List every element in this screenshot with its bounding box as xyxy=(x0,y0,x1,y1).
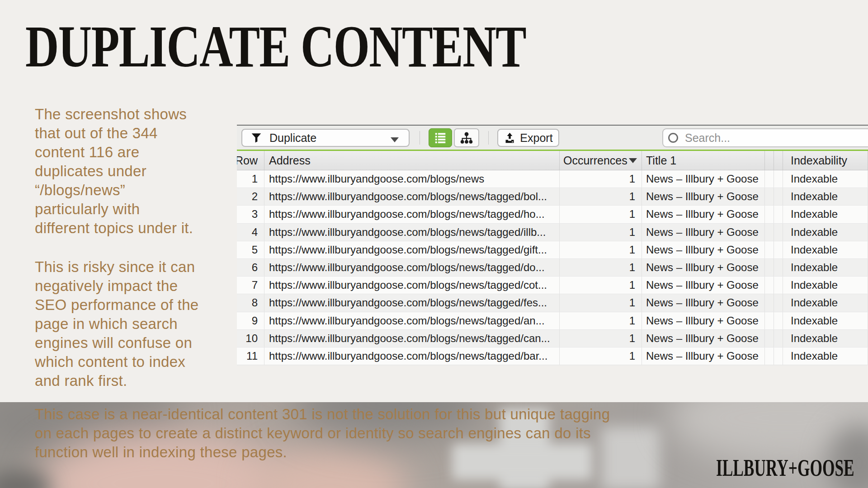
spacer-cell xyxy=(765,259,774,276)
occurrences-cell: 1 xyxy=(560,170,642,188)
spacer-cell xyxy=(765,241,774,258)
address-cell: https://www.illburyandgoose.com/blogs/ne… xyxy=(264,312,560,329)
indexability-cell: Indexable xyxy=(783,347,868,365)
column-header-occurrences-label: Occurrences xyxy=(563,154,627,167)
address-cell: https://www.illburyandgoose.com/blogs/ne… xyxy=(264,259,560,276)
spacer-cell xyxy=(765,277,774,294)
address-cell: https://www.illburyandgoose.com/blogs/ne… xyxy=(264,188,560,205)
address-cell: https://www.illburyandgoose.com/blogs/ne… xyxy=(264,294,560,311)
page-title: DUPLICATE CONTENT xyxy=(25,14,526,79)
table-row[interactable]: 3https://www.illburyandgoose.com/blogs/n… xyxy=(237,206,868,223)
address-cell: https://www.illburyandgoose.com/blogs/ne… xyxy=(264,206,560,223)
tree-view-icon xyxy=(460,131,473,145)
tree-view-button[interactable] xyxy=(454,128,479,147)
indexability-cell: Indexable xyxy=(783,294,868,311)
sort-desc-icon xyxy=(629,158,637,163)
spacer-cell xyxy=(774,347,783,365)
indexability-cell: Indexable xyxy=(783,330,868,347)
indexability-cell: Indexable xyxy=(783,170,868,188)
spacer-cell xyxy=(765,312,774,329)
column-header-spacer xyxy=(774,151,783,170)
row-number-cell: 8 xyxy=(237,294,264,311)
spacer-cell xyxy=(774,224,783,241)
bottom-commentary: This case is a near-identical content 30… xyxy=(35,405,704,462)
row-number-cell: 5 xyxy=(237,241,264,258)
brand-logo: ILLBURY+GOOSE xyxy=(716,455,854,481)
row-number-cell: 10 xyxy=(237,330,264,347)
column-header-occurrences[interactable]: Occurrences xyxy=(560,151,642,170)
occurrences-cell: 1 xyxy=(560,277,642,294)
indexability-cell: Indexable xyxy=(783,312,868,329)
table-row[interactable]: 5https://www.illburyandgoose.com/blogs/n… xyxy=(237,241,868,259)
row-number-cell: 1 xyxy=(237,170,264,188)
spacer-cell xyxy=(765,294,774,311)
address-cell: https://www.illburyandgoose.com/blogs/ne… xyxy=(264,347,560,365)
export-upload-icon xyxy=(504,132,516,144)
title-cell: News – Illbury + Goose xyxy=(642,170,765,188)
occurrences-cell: 1 xyxy=(560,330,642,347)
title-cell: News – Illbury + Goose xyxy=(642,294,765,311)
title-cell: News – Illbury + Goose xyxy=(642,330,765,347)
toolbar-divider xyxy=(488,131,489,145)
column-header-spacer xyxy=(765,151,774,170)
spacer-cell xyxy=(774,206,783,223)
occurrences-cell: 1 xyxy=(560,294,642,311)
commentary-paragraph-1: The screenshot shows that out of the 344… xyxy=(35,105,243,238)
title-cell: News – Illbury + Goose xyxy=(642,224,765,241)
title-cell: News – Illbury + Goose xyxy=(642,277,765,294)
spacer-cell xyxy=(765,224,774,241)
occurrences-cell: 1 xyxy=(560,188,642,205)
table-row[interactable]: 8https://www.illburyandgoose.com/blogs/n… xyxy=(237,294,868,312)
title-cell: News – Illbury + Goose xyxy=(642,259,765,276)
toolbar: Duplicate xyxy=(237,126,868,150)
title-cell: News – Illbury + Goose xyxy=(642,188,765,205)
funnel-icon xyxy=(250,132,262,144)
table-row[interactable]: 4https://www.illburyandgoose.com/blogs/n… xyxy=(237,224,868,241)
address-cell: https://www.illburyandgoose.com/blogs/ne… xyxy=(264,277,560,294)
table-row[interactable]: 10https://www.illburyandgoose.com/blogs/… xyxy=(237,330,868,347)
list-view-button[interactable] xyxy=(429,128,452,147)
indexability-cell: Indexable xyxy=(783,206,868,223)
table-row[interactable]: 6https://www.illburyandgoose.com/blogs/n… xyxy=(237,259,868,277)
dropdown-caret-icon xyxy=(391,137,399,142)
column-header-indexability[interactable]: Indexability xyxy=(783,151,868,170)
table-row[interactable]: 9https://www.illburyandgoose.com/blogs/n… xyxy=(237,312,868,330)
row-number-cell: 6 xyxy=(237,259,264,276)
indexability-cell: Indexable xyxy=(783,188,868,205)
spacer-cell xyxy=(774,312,783,329)
spacer-cell xyxy=(774,330,783,347)
toolbar-divider xyxy=(420,131,420,145)
indexability-cell: Indexable xyxy=(783,259,868,276)
column-header-address[interactable]: Address xyxy=(264,151,560,170)
search-input[interactable] xyxy=(662,128,868,147)
table-row[interactable]: 11https://www.illburyandgoose.com/blogs/… xyxy=(237,347,868,365)
filter-dropdown[interactable]: Duplicate xyxy=(241,129,410,147)
row-number-cell: 9 xyxy=(237,312,264,329)
indexability-cell: Indexable xyxy=(783,224,868,241)
column-header-title1[interactable]: Title 1 xyxy=(642,151,765,170)
spacer-cell xyxy=(765,330,774,347)
address-cell: https://www.illburyandgoose.com/blogs/ne… xyxy=(264,330,560,347)
spacer-cell xyxy=(774,241,783,258)
export-button-label: Export xyxy=(520,131,552,145)
occurrences-cell: 1 xyxy=(560,206,642,223)
occurrences-cell: 1 xyxy=(560,241,642,258)
table-row[interactable]: 7https://www.illburyandgoose.com/blogs/n… xyxy=(237,277,868,294)
address-cell: https://www.illburyandgoose.com/blogs/ne… xyxy=(264,224,560,241)
occurrences-cell: 1 xyxy=(560,259,642,276)
spacer-cell xyxy=(765,170,774,188)
column-header-row[interactable]: Row xyxy=(237,151,264,170)
slide: DUPLICATE CONTENT The screenshot shows t… xyxy=(0,0,868,488)
row-number-cell: 3 xyxy=(237,206,264,223)
spacer-cell xyxy=(774,188,783,205)
table-row[interactable]: 1https://www.illburyandgoose.com/blogs/n… xyxy=(237,170,868,188)
row-number-cell: 4 xyxy=(237,224,264,241)
occurrences-cell: 1 xyxy=(560,347,642,365)
export-button[interactable]: Export xyxy=(497,129,559,147)
title-cell: News – Illbury + Goose xyxy=(642,206,765,223)
row-number-cell: 11 xyxy=(237,347,264,365)
address-cell: https://www.illburyandgoose.com/blogs/ne… xyxy=(264,241,560,258)
table-row[interactable]: 2https://www.illburyandgoose.com/blogs/n… xyxy=(237,188,868,206)
indexability-cell: Indexable xyxy=(783,241,868,258)
title-cell: News – Illbury + Goose xyxy=(642,347,765,365)
